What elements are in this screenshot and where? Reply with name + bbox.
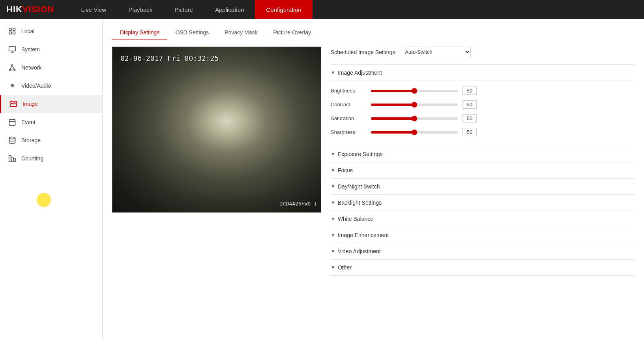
nav-live-view[interactable]: Live View <box>70 0 117 19</box>
sidebar-label-counting: Counting <box>21 155 43 162</box>
sidebar-item-system[interactable]: System <box>0 40 102 58</box>
contrast-slider[interactable] <box>371 104 458 106</box>
camera-preview: 02-06-2017 Fri 00:32:25 2CD4A26FWD-I <box>112 47 321 276</box>
brightness-slider[interactable] <box>371 90 458 92</box>
logo-hik: HIK <box>6 4 22 14</box>
brightness-row: Brightness 50 <box>331 87 635 95</box>
network-icon <box>8 63 17 72</box>
scheduled-select[interactable]: Auto-Switch Scheduled Triggered <box>400 47 471 57</box>
system-icon <box>8 45 17 54</box>
saturation-label: Saturation <box>331 115 366 121</box>
main-content: Display Settings OSD Settings Privacy Ma… <box>103 19 644 339</box>
logo-vision: VISION <box>22 4 54 14</box>
tab-display-settings[interactable]: Display Settings <box>112 25 167 40</box>
sidebar-item-network[interactable]: Network <box>0 58 102 77</box>
svg-point-14 <box>12 85 13 86</box>
image-icon <box>9 100 18 108</box>
contrast-thumb[interactable] <box>412 102 417 107</box>
accordion-title-video-adjustment: Video Adjustment <box>338 248 381 254</box>
saturation-slider[interactable] <box>371 117 458 120</box>
nav-playback[interactable]: Playback <box>117 0 163 19</box>
accordion-title-image-adjustment: Image Adjustment <box>338 70 382 76</box>
scene-background <box>112 47 321 212</box>
sidebar-item-storage[interactable]: Storage <box>0 131 102 149</box>
top-navigation: HIKVISION Live View Playback Picture App… <box>0 0 644 19</box>
settings-panel: Scheduled Image Settings Auto-Switch Sch… <box>331 47 635 276</box>
storage-icon <box>8 136 17 145</box>
chevron-right-icon-3: ▼ <box>331 184 335 189</box>
saturation-value[interactable]: 50 <box>462 114 477 122</box>
sharpness-slider[interactable] <box>371 131 458 134</box>
svg-rect-0 <box>9 28 12 31</box>
tab-osd-settings[interactable]: OSD Settings <box>167 25 217 40</box>
accordion-title-image-enhancement: Image Enhancement <box>338 232 389 238</box>
nav-items: Live View Playback Picture Application C… <box>70 0 312 19</box>
contrast-fill <box>371 104 414 106</box>
sidebar-item-event[interactable]: Event <box>0 113 102 131</box>
accordion-header-backlight[interactable]: ▼ Backlight Settings <box>331 195 635 211</box>
brightness-value[interactable]: 50 <box>462 87 477 95</box>
sidebar-label-storage: Storage <box>21 137 41 143</box>
accordion-image-adjustment: ▼ Image Adjustment Brightness 50 <box>331 64 635 276</box>
cursor <box>37 193 51 207</box>
svg-line-10 <box>10 66 12 69</box>
accordion-header-image-enhancement[interactable]: ▼ Image Enhancement <box>331 227 635 243</box>
sidebar-item-image[interactable]: Image <box>0 95 102 113</box>
accordion-title-white-balance: White Balance <box>338 216 373 222</box>
sharpness-thumb[interactable] <box>412 130 417 135</box>
accordion-header-video-adjustment[interactable]: ▼ Video Adjustment <box>331 243 635 260</box>
accordion-title-backlight: Backlight Settings <box>338 200 382 206</box>
nav-configuration[interactable]: Configuration <box>255 0 312 19</box>
sidebar-item-local[interactable]: Local <box>0 22 102 40</box>
chevron-right-icon-7: ▼ <box>331 249 335 254</box>
event-icon <box>8 118 17 126</box>
sharpness-row: Sharpness 50 <box>331 128 635 136</box>
accordion-header-day-night[interactable]: ▼ Day/Night Switch <box>331 179 635 195</box>
svg-rect-1 <box>13 28 15 31</box>
saturation-thumb[interactable] <box>412 116 417 121</box>
accordion-header-image-adjustment[interactable]: ▼ Image Adjustment <box>331 65 635 81</box>
contrast-value[interactable]: 50 <box>462 100 477 109</box>
brightness-label: Brightness <box>331 88 366 94</box>
sidebar-label-image: Image <box>22 101 38 107</box>
sidebar-label-local: Local <box>21 28 34 34</box>
scheduled-row: Scheduled Image Settings Auto-Switch Sch… <box>331 47 635 57</box>
svg-rect-22 <box>11 157 13 162</box>
camera-image: 02-06-2017 Fri 00:32:25 2CD4A26FWD-I <box>112 47 321 213</box>
local-icon <box>8 27 17 36</box>
nav-picture[interactable]: Picture <box>163 0 204 19</box>
accordion-content-image-adjustment: Brightness 50 Contrast <box>331 81 635 146</box>
tab-picture-overlay[interactable]: Picture Overlay <box>265 25 319 40</box>
accordion-header-other[interactable]: ▼ Other <box>331 260 635 276</box>
chevron-right-icon-8: ▼ <box>331 265 335 270</box>
accordion-title-focus: Focus <box>338 167 353 173</box>
accordion-header-white-balance[interactable]: ▼ White Balance <box>331 211 635 227</box>
svg-line-11 <box>12 66 15 69</box>
brightness-fill <box>371 90 414 92</box>
sharpness-value[interactable]: 50 <box>462 128 477 136</box>
chevron-right-icon-2: ▼ <box>331 168 335 173</box>
accordion-header-focus[interactable]: ▼ Focus <box>331 162 635 179</box>
sharpness-label: Sharpness <box>331 129 366 135</box>
svg-rect-16 <box>9 119 15 125</box>
main-layout: Local System <box>0 19 644 339</box>
sidebar-item-counting[interactable]: Counting <box>0 149 102 168</box>
chevron-right-icon-6: ▼ <box>331 232 335 238</box>
accordion-header-exposure[interactable]: ▼ Exposure Settings <box>331 146 635 162</box>
scheduled-label: Scheduled Image Settings <box>331 49 395 55</box>
nav-application[interactable]: Application <box>204 0 255 19</box>
saturation-fill <box>371 117 414 120</box>
camera-watermark: 2CD4A26FWD-I <box>280 201 317 207</box>
sidebar-item-video-audio[interactable]: Video/Audio <box>0 77 102 95</box>
svg-rect-4 <box>9 47 16 51</box>
brightness-thumb[interactable] <box>412 88 417 94</box>
svg-point-20 <box>9 137 15 139</box>
svg-rect-23 <box>13 158 15 162</box>
saturation-row: Saturation 50 <box>331 114 635 122</box>
sidebar-label-network: Network <box>21 64 41 71</box>
sidebar-label-system: System <box>21 46 40 53</box>
accordion-title-exposure: Exposure Settings <box>338 151 383 157</box>
content-body: 02-06-2017 Fri 00:32:25 2CD4A26FWD-I Sch… <box>112 47 635 276</box>
tab-privacy-mask[interactable]: Privacy Mask <box>217 25 265 40</box>
sharpness-fill <box>371 131 414 134</box>
